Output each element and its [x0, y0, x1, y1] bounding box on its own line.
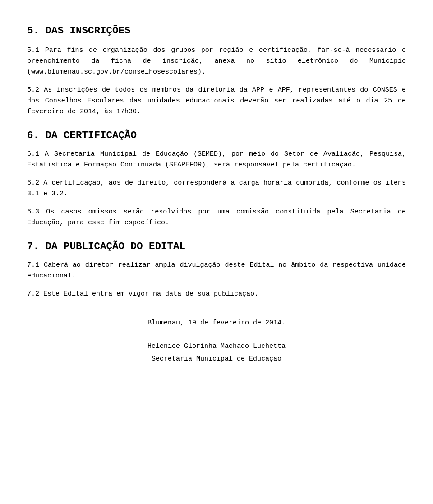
- section-5-heading: 5. DAS INSCRIÇÕES: [27, 23, 406, 39]
- paragraph-7-2: 7.2 Este Edital entra em vigor na data d…: [27, 289, 406, 300]
- paragraph-6-1: 6.1 A Secretaria Municipal de Educação (…: [27, 149, 406, 171]
- paragraph-6-2: 6.2 A certificação, aos de direito, corr…: [27, 178, 406, 199]
- signature-block: Blumenau, 19 de fevereiro de 2014. Helen…: [27, 318, 406, 365]
- section-6-heading: 6. DA CERTIFICAÇÃO: [27, 127, 406, 143]
- location-date: Blumenau, 19 de fevereiro de 2014.: [27, 318, 406, 328]
- section-7-heading: 7. DA PUBLICAÇÃO DO EDITAL: [27, 238, 406, 254]
- paragraph-5-2: 5.2 As inscrições de todos os membros da…: [27, 85, 406, 117]
- document-container: 5. DAS INSCRIÇÕES 5.1 Para fins de organ…: [27, 23, 406, 365]
- paragraph-7-1: 7.1 Caberá ao diretor realizar ampla div…: [27, 260, 406, 282]
- signature-title: Secretária Municipal de Educação: [27, 354, 406, 365]
- paragraph-6-3: 6.3 Os casos omissos serão resolvidos po…: [27, 207, 406, 228]
- signature-name: Helenice Glorinha Machado Luchetta: [27, 341, 406, 352]
- paragraph-5-1: 5.1 Para fins de organização dos grupos …: [27, 45, 406, 78]
